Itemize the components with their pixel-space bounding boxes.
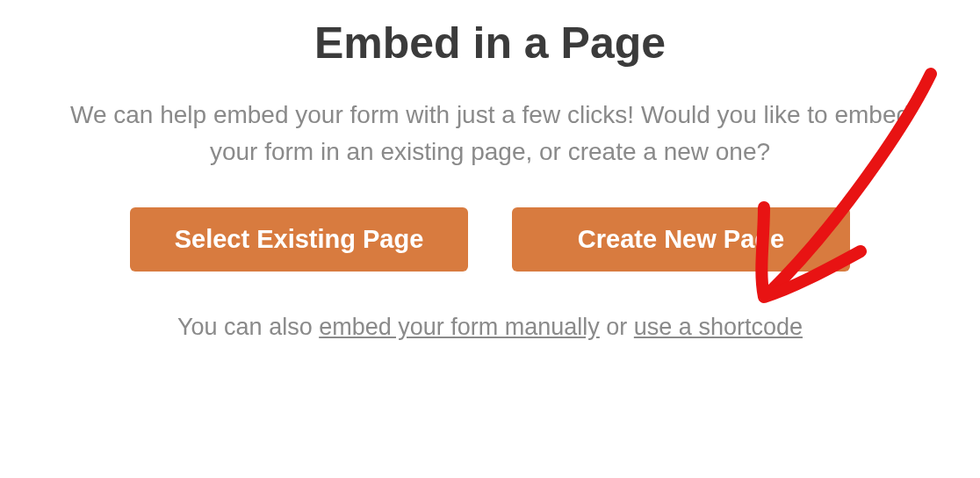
footer-prefix: You can also [177, 314, 319, 340]
dialog-title: Embed in a Page [0, 18, 980, 69]
select-existing-page-button[interactable]: Select Existing Page [130, 207, 468, 272]
button-row: Select Existing Page Create New Page [0, 207, 980, 272]
create-new-page-button[interactable]: Create New Page [512, 207, 850, 272]
embed-dialog: Embed in a Page We can help embed your f… [0, 0, 980, 341]
embed-manually-link[interactable]: embed your form manually [319, 314, 600, 340]
use-shortcode-link[interactable]: use a shortcode [634, 314, 803, 340]
footer-middle: or [600, 314, 634, 340]
dialog-description: We can help embed your form with just a … [33, 97, 947, 170]
footer-text: You can also embed your form manually or… [0, 314, 980, 341]
